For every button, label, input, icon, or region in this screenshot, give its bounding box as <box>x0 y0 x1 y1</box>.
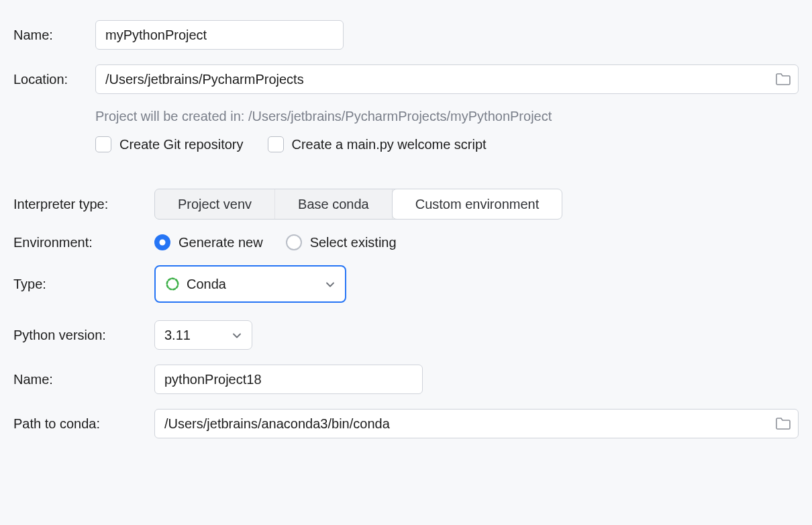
env-type-row: Type: Conda <box>13 265 799 303</box>
checkbox-box-icon <box>268 136 284 152</box>
segment-label: Custom environment <box>415 197 540 212</box>
radio-select-existing[interactable]: Select existing <box>286 234 397 250</box>
browse-location-button[interactable] <box>774 72 792 87</box>
interpreter-type-label: Interpreter type: <box>13 197 154 212</box>
radio-generate-new[interactable]: Generate new <box>154 234 263 250</box>
environment-label: Environment: <box>13 235 154 250</box>
env-type-dropdown[interactable]: Conda <box>154 265 346 303</box>
project-name-row: Name: <box>13 20 799 50</box>
conda-path-row: Path to conda: <box>13 409 799 438</box>
interpreter-type-segmented: Project venv Base conda Custom environme… <box>154 189 562 220</box>
python-version-row: Python version: 3.11 <box>13 320 799 350</box>
python-version-label: Python version: <box>13 328 154 343</box>
env-name-label: Name: <box>13 372 154 387</box>
segment-custom-env[interactable]: Custom environment <box>392 189 563 220</box>
chevron-down-icon <box>325 277 336 292</box>
python-version-value: 3.11 <box>164 328 191 343</box>
creation-hint-row: Project will be created in: /Users/jetbr… <box>13 109 799 124</box>
conda-icon <box>165 277 180 291</box>
checkbox-box-icon <box>95 136 111 152</box>
welcome-script-checkbox-label: Create a main.py welcome script <box>292 137 487 152</box>
segment-label: Base conda <box>298 197 369 212</box>
browse-conda-button[interactable] <box>774 416 792 431</box>
conda-path-input[interactable] <box>154 409 799 438</box>
project-name-input[interactable] <box>95 20 344 50</box>
location-row: Location: <box>13 64 799 94</box>
env-type-value: Conda <box>187 277 226 292</box>
radio-circle-icon <box>154 234 170 250</box>
radio-circle-icon <box>286 234 302 250</box>
interpreter-type-row: Interpreter type: Project venv Base cond… <box>13 189 799 220</box>
folder-icon <box>775 73 791 86</box>
environment-row: Environment: Generate new Select existin… <box>13 234 799 250</box>
project-name-label: Name: <box>13 28 95 43</box>
folder-icon <box>775 417 791 430</box>
chevron-down-icon <box>232 328 242 343</box>
git-repo-checkbox[interactable]: Create Git repository <box>95 136 244 152</box>
svg-point-0 <box>165 277 179 291</box>
radio-label: Select existing <box>310 235 397 250</box>
location-input[interactable] <box>95 64 799 94</box>
segment-base-conda[interactable]: Base conda <box>275 189 393 219</box>
conda-path-label: Path to conda: <box>13 416 154 432</box>
new-project-panel: Name: Location: Project will be created … <box>0 0 812 452</box>
git-repo-checkbox-label: Create Git repository <box>119 137 244 152</box>
python-version-dropdown[interactable]: 3.11 <box>154 320 252 350</box>
segment-project-venv[interactable]: Project venv <box>155 189 275 219</box>
welcome-script-checkbox[interactable]: Create a main.py welcome script <box>268 136 487 152</box>
creation-path-hint: Project will be created in: /Users/jetbr… <box>95 109 552 124</box>
env-name-input[interactable] <box>154 365 423 394</box>
segment-label: Project venv <box>178 197 252 212</box>
options-row: Create Git repository Create a main.py w… <box>13 136 799 152</box>
radio-label: Generate new <box>179 235 263 250</box>
env-name-row: Name: <box>13 365 799 394</box>
location-label: Location: <box>13 72 95 87</box>
env-type-label: Type: <box>13 277 154 292</box>
